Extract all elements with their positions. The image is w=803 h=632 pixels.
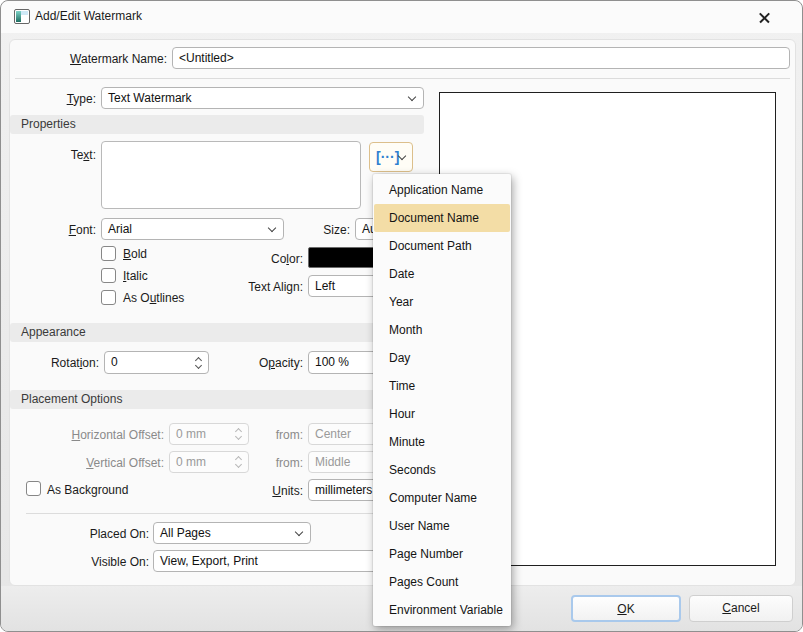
ok-button[interactable]: OK [571, 595, 681, 622]
macro-brackets-icon: [···] [376, 148, 399, 166]
font-value: Arial [108, 222, 132, 236]
watermark-text-input[interactable] [101, 141, 361, 209]
as-background-label: As Background [47, 482, 128, 498]
bold-label: Bold [123, 246, 147, 262]
menu-item-year[interactable]: Year [374, 288, 510, 316]
visible-on-label: Visible On: [49, 554, 149, 570]
opacity-label: Opacity: [203, 355, 303, 371]
spinner-arrows-icon [231, 425, 246, 443]
dialog-icon [14, 9, 30, 24]
menu-item-minute[interactable]: Minute [374, 428, 510, 456]
text-align-label: Text Align: [203, 279, 303, 295]
units-value: millimeters [315, 483, 372, 497]
menu-item-month[interactable]: Month [374, 316, 510, 344]
spinner-arrows-icon [231, 453, 246, 471]
properties-group-header: Properties [10, 115, 424, 134]
menu-item-date[interactable]: Date [374, 260, 510, 288]
type-value: Text Watermark [108, 91, 192, 105]
placed-on-select[interactable]: All Pages [153, 522, 311, 544]
horizontal-offset-spinner: 0 mm [169, 423, 249, 445]
menu-item-document-name[interactable]: Document Name [374, 204, 510, 232]
opacity-value: 100 % [315, 355, 349, 369]
vertical-offset-label: Vertical Offset: [14, 455, 164, 471]
as-background-checkbox[interactable] [26, 481, 41, 496]
vertical-offset-spinner: 0 mm [169, 451, 249, 473]
title-bar: Add/Edit Watermark [1, 1, 802, 33]
horizontal-from-value: Center [315, 427, 351, 441]
vertical-from-value: Middle [315, 455, 350, 469]
vertical-from-label: from: [253, 455, 303, 471]
rotation-label: Rotation: [9, 355, 99, 371]
rotation-spinner[interactable]: 0 [104, 351, 209, 374]
menu-item-page-number[interactable]: Page Number [374, 540, 510, 568]
horizontal-offset-value: 0 mm [176, 427, 206, 441]
font-label: Font: [21, 222, 96, 238]
text-label: Text: [21, 147, 96, 163]
units-label: Units: [243, 483, 303, 499]
placement-divider [26, 513, 413, 514]
horizontal-from-label: from: [253, 427, 303, 443]
size-label: Size: [300, 222, 350, 238]
placement-options-group-header: Placement Options [10, 390, 424, 409]
bold-checkbox[interactable] [101, 246, 116, 261]
add-edit-watermark-dialog: Add/Edit Watermark Watermark Name: <Unti… [0, 0, 803, 632]
italic-label: Italic [123, 268, 148, 284]
insert-macro-button[interactable]: [···] [369, 142, 413, 172]
rotation-value: 0 [111, 355, 118, 369]
color-label: Color: [203, 251, 303, 267]
as-outlines-label: As Outlines [123, 290, 184, 306]
watermark-name-label: Watermark Name: [21, 51, 167, 67]
chevron-down-icon [268, 224, 276, 232]
dialog-title: Add/Edit Watermark [35, 9, 142, 23]
menu-item-time[interactable]: Time [374, 372, 510, 400]
menu-item-environment-variable[interactable]: Environment Variable [374, 596, 510, 624]
chevron-down-icon [408, 93, 416, 101]
watermark-name-input[interactable]: <Untitled> [172, 47, 790, 69]
placed-on-label: Placed On: [49, 526, 149, 542]
italic-checkbox[interactable] [101, 268, 116, 283]
menu-item-day[interactable]: Day [374, 344, 510, 372]
menu-item-seconds[interactable]: Seconds [374, 456, 510, 484]
menu-item-user-name[interactable]: User Name [374, 512, 510, 540]
menu-item-document-path[interactable]: Document Path [374, 232, 510, 260]
chevron-down-icon [295, 528, 303, 536]
visible-on-value: View, Export, Print [160, 554, 258, 568]
macro-dropdown-menu: Application Name Document Name Document … [373, 174, 511, 626]
placed-on-value: All Pages [160, 526, 211, 540]
menu-item-computer-name[interactable]: Computer Name [374, 484, 510, 512]
cancel-button[interactable]: Cancel [689, 595, 793, 622]
text-align-value: Left [315, 279, 335, 293]
appearance-group-header: Appearance [10, 323, 424, 342]
close-icon[interactable] [756, 9, 774, 26]
horizontal-offset-label: Horizontal Offset: [14, 427, 164, 443]
type-select[interactable]: Text Watermark [101, 87, 424, 109]
header-divider [15, 78, 790, 79]
vertical-offset-value: 0 mm [176, 455, 206, 469]
menu-item-application-name[interactable]: Application Name [374, 176, 510, 204]
type-label: Type: [21, 91, 96, 107]
as-outlines-checkbox[interactable] [101, 290, 116, 305]
menu-item-hour[interactable]: Hour [374, 400, 510, 428]
menu-item-pages-count[interactable]: Pages Count [374, 568, 510, 596]
font-select[interactable]: Arial [101, 218, 284, 240]
